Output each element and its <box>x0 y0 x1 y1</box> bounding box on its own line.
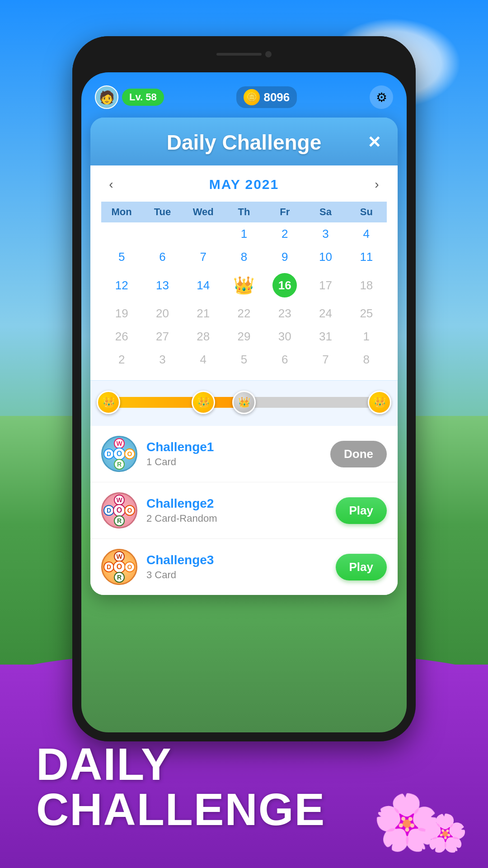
calendar-day-28: 28 <box>183 325 224 348</box>
weekday-mon: Mon <box>101 202 142 222</box>
modal-title: Daily Challenge <box>124 130 364 155</box>
calendar-day-22: 22 <box>224 302 264 325</box>
calendar-day-empty <box>101 222 142 245</box>
weekday-su: Su <box>346 202 387 222</box>
weekday-tue: Tue <box>142 202 183 222</box>
challenge-1-done-button[interactable]: Done <box>330 441 387 467</box>
calendar-day-8[interactable]: 8 <box>224 245 264 269</box>
calendar-day-23: 23 <box>264 302 305 325</box>
notch-bar <box>216 53 262 56</box>
challenge-item-2: W D O O R Challenge2 2 Card-Random Play <box>90 482 398 539</box>
calendar-day-7[interactable]: 7 <box>183 245 224 269</box>
today-indicator: 16 <box>272 273 297 297</box>
settings-button[interactable]: ⚙ <box>370 85 393 109</box>
calendar-day-6-next: 6 <box>264 348 305 371</box>
player-badge: 🧑 Lv. 58 <box>95 85 164 109</box>
weekday-sa: Sa <box>305 202 346 222</box>
progress-marker-start: 👑 <box>97 391 120 414</box>
challenge-3-icon: W D O O R <box>101 549 137 585</box>
calendar-day-7-next: 7 <box>305 348 346 371</box>
calendar-day-5[interactable]: 5 <box>101 245 142 269</box>
coins-badge: 🪙 8096 <box>236 86 297 108</box>
top-bar: 🧑 Lv. 58 🪙 8096 ⚙ <box>81 81 407 113</box>
progress-track: 👑 👑 👑 👑 <box>108 397 380 408</box>
game-screen: 🧑 Lv. 58 🪙 8096 ⚙ Daily Challenge ✕ <box>81 72 407 732</box>
calendar-week-5: 26 27 28 29 30 31 1 <box>101 325 387 348</box>
weekday-th: Th <box>224 202 264 222</box>
challenge-3-info: Challenge3 3 Card <box>146 553 327 581</box>
weekday-fr: Fr <box>264 202 305 222</box>
close-button[interactable]: ✕ <box>364 132 384 152</box>
challenge-2-desc: 2 Card-Random <box>146 513 327 524</box>
flower-icon-2: 🌸 <box>422 812 468 854</box>
coins-value: 8096 <box>263 90 290 104</box>
calendar-day-empty <box>142 222 183 245</box>
calendar-day-20: 20 <box>142 302 183 325</box>
phone-notch-area <box>72 36 416 72</box>
progress-marker-end: 👑 <box>368 391 391 414</box>
progress-section: 👑 👑 👑 👑 <box>90 380 398 426</box>
letter-o-center-3: O <box>113 561 126 573</box>
calendar-day-1[interactable]: 1 <box>224 222 264 245</box>
calendar-day-14[interactable]: 14 <box>183 269 224 302</box>
challenge-1-desc: 1 Card <box>146 456 321 468</box>
next-month-button[interactable]: › <box>367 175 387 194</box>
calendar-day-5-next: 5 <box>224 348 264 371</box>
letter-r-bottom-2: R <box>114 515 125 526</box>
letter-o-right: O <box>124 448 135 459</box>
letter-o-center-2: O <box>113 504 126 517</box>
phone-notch <box>199 48 289 61</box>
calendar-day-12[interactable]: 12 <box>101 269 142 302</box>
challenge-1-info: Challenge1 1 Card <box>146 440 321 468</box>
bottom-banner-line1: DAILY <box>36 741 325 787</box>
calendar-day-25: 25 <box>346 302 387 325</box>
challenge-2-info: Challenge2 2 Card-Random <box>146 496 327 524</box>
calendar-week-3: 12 13 14 👑 16 <box>101 269 387 302</box>
challenge-item-3: W D O O R Challenge3 3 Card Play <box>90 539 398 595</box>
calendar-day-11[interactable]: 11 <box>346 245 387 269</box>
calendar-week-2: 5 6 7 8 9 10 11 <box>101 245 387 269</box>
calendar-week-6: 2 3 4 5 6 7 8 <box>101 348 387 371</box>
letter-o-center: O <box>113 448 126 460</box>
challenge-2-icon: W D O O R <box>101 492 137 528</box>
calendar-day-16-today[interactable]: 16 <box>264 269 305 302</box>
bottom-banner-line2: CHALLENGE <box>36 787 325 832</box>
phone-frame: 🧑 Lv. 58 🪙 8096 ⚙ Daily Challenge ✕ <box>72 36 416 741</box>
challenge-2-play-button[interactable]: Play <box>336 497 387 524</box>
calendar-day-10[interactable]: 10 <box>305 245 346 269</box>
month-label: MAY 2021 <box>209 177 279 192</box>
calendar-day-2[interactable]: 2 <box>264 222 305 245</box>
calendar-day-17: 17 <box>305 269 346 302</box>
crown-icon: 👑 <box>233 275 254 295</box>
challenge-3-play-button[interactable]: Play <box>336 554 387 580</box>
calendar-day-1-next: 1 <box>346 325 387 348</box>
calendar-day-15-crown[interactable]: 👑 <box>224 269 264 302</box>
progress-fill <box>108 397 239 408</box>
calendar-day-13[interactable]: 13 <box>142 269 183 302</box>
calendar-day-21: 21 <box>183 302 224 325</box>
challenge-3-name: Challenge3 <box>146 553 327 567</box>
modal-container: Daily Challenge ✕ ‹ MAY 2021 › Mon <box>90 118 398 595</box>
calendar-day-4[interactable]: 4 <box>346 222 387 245</box>
calendar-day-3-next: 3 <box>142 348 183 371</box>
calendar-section: ‹ MAY 2021 › Mon Tue Wed Th Fr <box>90 165 398 380</box>
calendar-day-24: 24 <box>305 302 346 325</box>
word-circle-1: W D O O R <box>103 437 136 471</box>
calendar-day-3[interactable]: 3 <box>305 222 346 245</box>
challenge-2-name: Challenge2 <box>146 496 327 511</box>
challenge-3-desc: 3 Card <box>146 569 327 581</box>
calendar-week-4: 19 20 21 22 23 24 25 <box>101 302 387 325</box>
notch-camera <box>265 51 272 57</box>
calendar-day-9[interactable]: 9 <box>264 245 305 269</box>
calendar-nav: ‹ MAY 2021 › <box>101 175 387 194</box>
progress-marker-mid2: 👑 <box>232 391 256 414</box>
calendar-week-1: 1 2 3 4 <box>101 222 387 245</box>
prev-month-button[interactable]: ‹ <box>101 175 121 194</box>
word-circle-3: W D O O R <box>103 550 136 584</box>
calendar-day-26: 26 <box>101 325 142 348</box>
challenge-1-icon: W D O O R <box>101 436 137 472</box>
coin-icon: 🪙 <box>244 89 260 105</box>
level-badge: Lv. 58 <box>122 89 164 106</box>
calendar-day-6[interactable]: 6 <box>142 245 183 269</box>
progress-marker-mid1: 👑 <box>192 391 215 414</box>
